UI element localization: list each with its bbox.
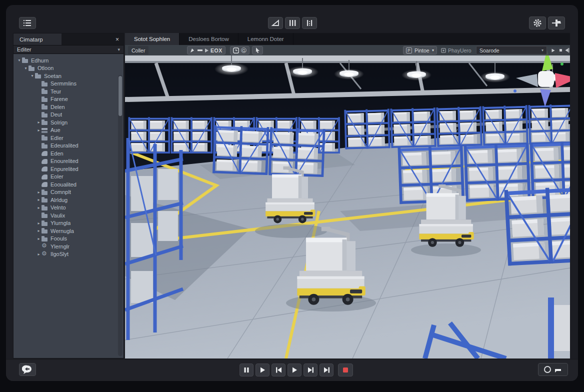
tree-caret-icon[interactable]: ▸ [36,236,42,241]
draw-mode-group[interactable]: EOX [187,46,226,54]
cursor-icon [255,48,260,53]
tree-item-icon [42,244,48,249]
connector-icon [551,18,562,28]
tree-item-icon [42,166,48,172]
play-button[interactable] [256,364,270,376]
play-toggle[interactable]: PhayUero [441,46,472,54]
status-button[interactable] [538,363,568,376]
tree-item[interactable]: ▸ Foouls [14,235,124,243]
play-forward-button[interactable] [288,364,302,376]
mini-play-button[interactable] [550,47,556,54]
tree-item-label: IlgoSlyt [50,251,68,257]
frame-markers-button[interactable] [302,17,317,29]
settings-button[interactable] [529,16,546,30]
connector-button[interactable] [548,16,565,30]
viewport-3d-scene[interactable] [125,45,570,358]
tree-scrollbar-track[interactable] [118,75,122,356]
tree-item[interactable]: Sermmlins [14,80,124,88]
tree-item-icon [42,128,48,133]
tree-item[interactable]: Eden [14,150,124,158]
hamburger-menu-button[interactable] [19,17,36,29]
tree-item[interactable]: Farene [14,96,124,104]
tree-caret-icon[interactable]: ▾ [16,58,22,62]
tree-item-label: Edeuralited [50,142,78,148]
tree-item-label: Vaulix [50,212,65,218]
tree-item-label: Enourelited [50,158,78,164]
viewport-toolbar: Coller EOX G P [125,45,570,56]
tree-item-icon [42,135,48,140]
tree-item[interactable]: ▾ Otloon [14,64,124,72]
tree-caret-icon[interactable]: ▸ [36,221,42,226]
mini-dot-icon [560,49,562,52]
tree-item[interactable]: Enpurelited [14,165,124,173]
chevron-down-icon: ▾ [118,47,120,52]
tree-caret-icon[interactable]: ▸ [36,198,42,202]
tree-caret-icon[interactable]: ▾ [23,66,28,70]
close-icon[interactable]: × [111,36,124,43]
tree-item[interactable]: Edler [14,134,124,142]
clock-icon [233,48,239,54]
tree-item[interactable]: ▸ Comnplt [14,188,124,196]
reply-bubble-button[interactable] [19,363,36,376]
tree-item[interactable]: ▸ Aue [14,126,124,134]
skip-to-end-button[interactable] [320,364,334,376]
tree-caret-icon[interactable]: ▸ [36,252,42,256]
tree-item[interactable]: Edeuralited [14,142,124,150]
tree-caret-icon[interactable]: ▸ [36,120,42,124]
camera-dropdown[interactable]: P Pintoe ▾ [403,46,437,54]
tree-caret-icon[interactable]: ▸ [36,206,42,210]
columns-button[interactable] [285,17,300,29]
tree-item[interactable]: Enourelited [14,158,124,166]
tree-item[interactable]: Ylernglr [14,242,124,250]
tree-item[interactable]: ▸ Velnto [14,204,124,212]
skip-to-start-button[interactable] [272,364,286,376]
run-flag-button[interactable] [268,17,283,29]
viewport-tab[interactable]: Sotot Sophlen [125,33,180,45]
tree-caret-icon[interactable]: ▸ [36,128,42,132]
tree-scrollbar-thumb[interactable] [118,76,122,116]
stage-panel-tab[interactable]: Cimatarp [14,34,62,45]
hamburger-icon [22,19,32,27]
tree-caret-icon[interactable]: ▾ [30,74,35,78]
tree-caret-icon[interactable]: ▸ [36,190,42,194]
tree-item[interactable]: ▸ Solrign [14,118,124,126]
pause-button[interactable] [240,364,254,376]
skip-to-end-icon [324,367,330,373]
tree-caret-icon[interactable]: ▸ [36,228,42,233]
pipeline-dropdown[interactable]: Soarode ▾ [476,46,547,54]
gizmo-center[interactable] [538,71,554,87]
tree-item[interactable]: Vaulix [14,212,124,220]
mini-dot-button[interactable] [558,47,564,54]
tree-item[interactable]: ▾ Edhurn [14,56,124,64]
tree-item[interactable]: ▸ Ylurngla [14,220,124,228]
tree-item-icon [42,120,48,125]
pause-icon [244,367,250,373]
scene-tree: ▾ Edhurn ▾ Otloon ▾ Soetan [14,54,124,358]
tree-item-icon [28,66,35,71]
tree-item[interactable]: Delen [14,103,124,111]
tree-item[interactable]: Teur [14,88,124,96]
tree-item-label: Enpurelited [50,166,78,172]
tree-item-label: Comnplt [50,189,71,195]
play-module-icon [441,48,446,53]
tree-item-label: Eooualited [50,182,76,188]
skip-to-next-button[interactable] [304,364,318,376]
viewport-tab[interactable]: Desloes Bortow [180,33,238,45]
tree-item[interactable]: ▾ Soetan [14,72,124,80]
play-small-icon [204,48,208,53]
select-tool-dropdown[interactable] [252,46,263,54]
tree-item[interactable]: Eooualited [14,180,124,188]
stage-filter-dropdown[interactable]: Editer ▾ [14,45,124,54]
tree-item[interactable]: ▸ IlgoSlyt [14,250,124,258]
tree-item[interactable]: ▸ Alrldug [14,196,124,204]
stop-button[interactable] [338,364,353,376]
tree-item-label: Velnto [50,204,66,210]
context-label-chip[interactable]: Coller [128,46,148,54]
tree-item[interactable]: Eoler [14,173,124,181]
timing-group[interactable]: G [230,46,250,54]
chevron-down-icon: ▾ [432,48,434,52]
mini-flag-button[interactable] [564,47,570,54]
tree-item[interactable]: Deut [14,111,124,119]
viewport-tab[interactable]: Lemonn Doter [238,33,294,45]
tree-item[interactable]: ▸ Wernugla [14,227,124,235]
